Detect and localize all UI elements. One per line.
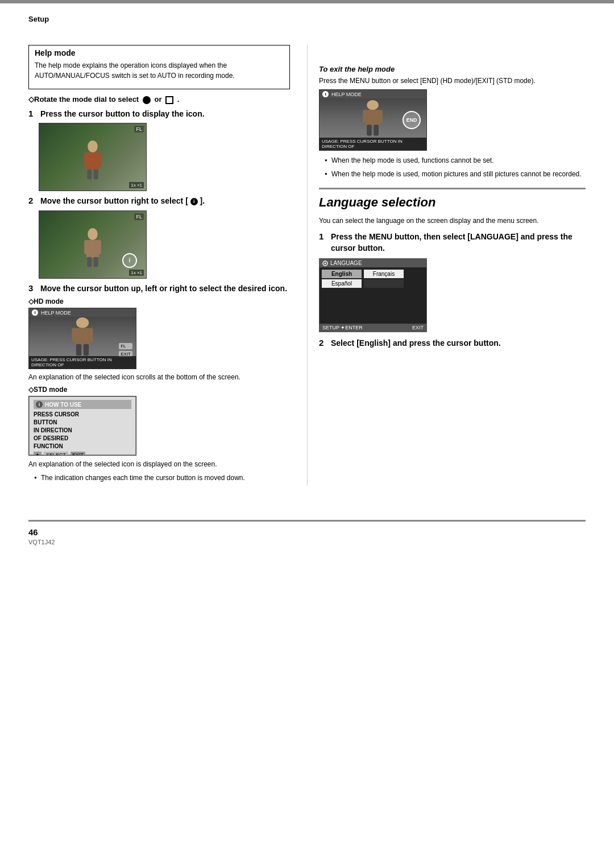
std-menu-select-btn: SELECT: [44, 452, 68, 456]
camera-top-icons: FL: [134, 126, 144, 133]
lang-english: English: [322, 270, 362, 278]
info-icon-2: i: [129, 257, 131, 263]
lang-menu-header: LANGUAGE: [320, 259, 426, 267]
hd-bottom-text: USAGE: PRESS CURSOR BUTTON IN DIRECTION …: [29, 356, 136, 369]
step1-text: Press the cursor button to display the i…: [40, 109, 290, 120]
std-menu-row5: FUNCTION: [34, 443, 131, 450]
hd-person-icon: [67, 317, 98, 357]
svg-rect-15: [88, 328, 93, 342]
step2-text: Move the cursor button right to select […: [40, 196, 290, 207]
setup-label: Setup: [28, 15, 586, 23]
lang-footer-right: EXIT: [412, 325, 424, 330]
lang-step1-content: Press the MENU button, then select [LANG…: [331, 232, 586, 254]
svg-rect-4: [87, 170, 92, 180]
svg-point-0: [88, 140, 98, 152]
svg-point-6: [88, 228, 98, 240]
std-mode-image: i HOW TO USE PRESS CURSOR BUTTON IN DIRE…: [28, 396, 136, 456]
exit-hd-top-bar: i HELP MODE: [320, 90, 426, 98]
hd-fl-btn: FL: [119, 343, 132, 349]
lang-step2-number: 2: [319, 338, 328, 348]
svg-rect-22: [367, 125, 372, 135]
lang-step2-text: Select [English] and press the cursor bu…: [331, 338, 586, 349]
svg-rect-9: [97, 240, 101, 254]
lang-empty: [364, 279, 404, 288]
hd-right-buttons: FL EXIT: [119, 343, 132, 357]
svg-rect-20: [363, 110, 367, 123]
lang-step2-container: 2 Select [English] and press the cursor …: [319, 338, 586, 349]
svg-rect-16: [76, 344, 81, 356]
help-mode-body: The help mode explains the operation ico…: [35, 60, 284, 81]
svg-rect-21: [378, 110, 383, 123]
content-area: Help mode The help mode explains the ope…: [0, 28, 614, 486]
svg-rect-23: [374, 125, 379, 135]
exit-help-text: Press the MENU button or select [END] (H…: [319, 76, 586, 86]
end-button-label: END: [406, 117, 417, 123]
svg-rect-10: [87, 257, 92, 267]
highlight-circle: i: [122, 253, 137, 268]
step1-container: 1 Press the cursor button to display the…: [28, 109, 290, 120]
bullet-indication: The indication changes each time the cur…: [41, 473, 290, 483]
svg-rect-8: [84, 240, 88, 254]
info-icon: i: [190, 198, 198, 205]
std-menu-row2: BUTTON: [34, 419, 131, 427]
camera-bottom-info: 1x ×1: [129, 182, 144, 188]
footer-page-number: 46: [28, 527, 586, 537]
step2-camera-image: FL i 1x ×1: [39, 210, 147, 279]
lang-francais: Français: [364, 270, 404, 278]
std-menu-header: i HOW TO USE: [34, 400, 131, 409]
footer-code: VQT1J42: [28, 539, 586, 545]
svg-rect-3: [97, 152, 101, 167]
lang-espanol: Español: [322, 279, 362, 288]
footer-divider: [28, 520, 586, 522]
left-column: Help mode The help mode explains the ope…: [28, 45, 307, 486]
step2-content: Move the cursor button right to select […: [40, 196, 290, 207]
step3-text: Move the cursor button up, left or right…: [40, 283, 290, 295]
svg-rect-5: [94, 170, 98, 180]
camera-top-icons-2: FL: [134, 213, 144, 220]
language-divider: [319, 188, 586, 189]
std-menu-icon-row: ✦ SELECT EXIT: [34, 452, 131, 456]
step3-content: Move the cursor button up, left or right…: [40, 283, 290, 295]
help-mode-title: Help mode: [35, 48, 284, 57]
exit-info-icon: i: [322, 91, 329, 97]
exit-person-icon: [359, 100, 387, 137]
std-menu-overlay: i HOW TO USE PRESS CURSOR BUTTON IN DIRE…: [29, 396, 136, 455]
step1-number: 1: [28, 109, 38, 118]
footer-area: 46 VQT1J42: [0, 509, 614, 563]
bullet-functions: When the help mode is used, functions ca…: [331, 155, 586, 166]
std-menu-row4: OF DESIRED: [34, 435, 131, 443]
exit-help-label: To exit the help mode: [319, 65, 586, 73]
lang-step1-text: Press the MENU button, then select [LANG…: [331, 232, 586, 254]
std-info-icon: i: [36, 401, 43, 408]
exit-help-image: i HELP MODE END US: [319, 89, 427, 151]
lang-row-1: English Français: [322, 270, 424, 278]
std-menu-row3: IN DIRECTION: [34, 427, 131, 435]
lang-step1-container: 1 Press the MENU button, then select [LA…: [319, 232, 586, 254]
gear-icon: [322, 261, 328, 266]
std-menu-set-icon: ✦: [34, 452, 42, 456]
std-explanation: An explanation of the selected icon is d…: [28, 459, 290, 469]
hd-mode-image: i HELP MODE FL EXIT: [28, 308, 136, 369]
step2-number: 2: [28, 196, 38, 205]
person-silhouette-2-icon: [78, 228, 107, 268]
step1-camera-image: FL 1x ×1: [39, 123, 147, 191]
svg-rect-14: [72, 328, 76, 342]
hd-mode-label: ◇HD mode: [28, 297, 290, 305]
person-silhouette-icon: [78, 140, 107, 180]
svg-rect-17: [83, 344, 88, 356]
svg-point-18: [367, 100, 379, 110]
lang-footer-left: SETUP ✦ENTER: [322, 325, 363, 330]
step2-container: 2 Move the cursor button right to select…: [28, 196, 290, 207]
svg-rect-11: [94, 257, 98, 267]
std-menu-exit-icon: EXIT: [70, 452, 85, 456]
svg-rect-2: [84, 152, 88, 167]
hd-explanation: An explanation of the selected icon scro…: [28, 372, 290, 382]
step1-content: Press the cursor button to display the i…: [40, 109, 290, 120]
exit-hd-bottom-text: USAGE: PRESS CURSOR BUTTON IN DIRECTION …: [320, 138, 426, 150]
svg-rect-13: [74, 328, 89, 345]
svg-rect-19: [366, 110, 379, 126]
step3-number: 3: [28, 283, 38, 293]
std-menu-title: HOW TO USE: [45, 402, 81, 408]
rotate-step: ◇Rotate the mode dial to select or .: [28, 95, 290, 104]
manual-page: Setup Help mode The help mode explains t…: [0, 0, 614, 868]
